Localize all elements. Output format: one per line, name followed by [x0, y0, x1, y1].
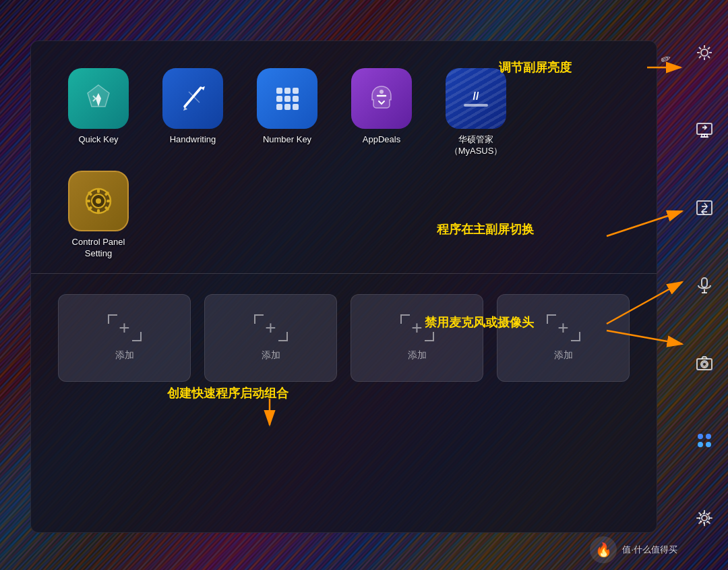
second-row: Control Panel Setting	[31, 171, 657, 266]
annotation-mic-camera: 禁用麦克风或摄像头	[425, 314, 534, 331]
svg-rect-2	[276, 88, 282, 94]
svg-rect-8	[276, 104, 282, 110]
dot-4	[706, 442, 711, 447]
number-key-icon	[257, 68, 317, 129]
handwriting-icon	[162, 68, 223, 129]
annotation-brightness: 调节副屏亮度	[499, 59, 572, 76]
dots-button[interactable]	[690, 426, 719, 455]
svg-rect-18	[97, 209, 100, 214]
app-handwriting[interactable]: Handwriting	[152, 68, 233, 146]
svg-line-31	[708, 56, 710, 58]
myasus-label: 华硕管家 （MyASUS）	[450, 134, 503, 157]
annotation-quick-launch: 创建快速程序启动组合	[167, 385, 289, 401]
quick-launch-area: + 添加 + 添加 + 添加 + 添加	[31, 274, 657, 402]
svg-rect-9	[284, 104, 291, 110]
brightness-button[interactable]	[690, 38, 719, 67]
six-dots-icon	[695, 431, 714, 450]
svg-rect-4	[293, 88, 299, 94]
app-quick-key[interactable]: Quick Key	[58, 68, 139, 146]
app-control-panel[interactable]: Control Panel Setting	[58, 171, 139, 260]
svg-rect-7	[293, 96, 299, 102]
app-appdeals[interactable]: AppDeals	[341, 68, 422, 146]
quick-slot-4[interactable]: + 添加	[497, 294, 630, 382]
annotation-switch: 程序在主副屏切换	[437, 221, 534, 237]
right-sidebar	[681, 0, 728, 570]
quick-slot-3[interactable]: + 添加	[351, 294, 483, 382]
dot-3	[698, 442, 703, 447]
svg-point-44	[702, 515, 707, 521]
send-to-screen-button[interactable]	[690, 115, 719, 145]
svg-line-30	[699, 47, 701, 49]
svg-text://: //	[473, 90, 479, 102]
mic-button[interactable]	[690, 270, 719, 300]
quick-slot-1[interactable]: + 添加	[58, 294, 191, 382]
swap-screen-button[interactable]	[690, 193, 719, 223]
svg-rect-20	[107, 200, 111, 202]
svg-rect-13	[464, 104, 488, 107]
svg-point-43	[702, 362, 706, 366]
slot-label-4: 添加	[554, 349, 573, 362]
watermark-logo: 🔥	[590, 536, 617, 563]
svg-rect-10	[293, 104, 299, 110]
number-key-label: Number Key	[263, 134, 311, 146]
svg-line-32	[708, 47, 710, 49]
svg-line-33	[699, 56, 701, 58]
svg-point-11	[380, 90, 384, 94]
slot-bracket-1: +	[108, 314, 142, 341]
settings-button[interactable]	[690, 503, 719, 533]
quick-key-label: Quick Key	[78, 134, 118, 146]
svg-rect-19	[86, 200, 90, 202]
handwriting-label: Handwriting	[170, 134, 216, 146]
app-myasus[interactable]: // 华硕管家 （MyASUS）	[435, 68, 516, 157]
camera-button[interactable]	[690, 348, 719, 378]
svg-point-25	[701, 49, 708, 56]
svg-rect-38	[702, 278, 707, 287]
svg-point-16	[96, 198, 101, 204]
control-panel-label: Control Panel Setting	[72, 237, 125, 260]
appdeals-label: AppDeals	[363, 134, 400, 146]
watermark-text: 值·什么值得买	[622, 544, 677, 556]
slot-label-2: 添加	[262, 349, 280, 362]
main-panel: Quick Key Handwriting	[30, 40, 657, 533]
svg-rect-6	[284, 96, 291, 102]
svg-rect-3	[284, 88, 291, 94]
svg-rect-17	[97, 188, 100, 193]
dot-2	[706, 434, 711, 439]
slot-label-3: 添加	[408, 349, 427, 362]
myasus-icon: //	[446, 68, 506, 129]
control-panel-icon	[68, 171, 129, 231]
app-number-key[interactable]: Number Key	[247, 68, 328, 146]
quick-key-icon	[68, 68, 129, 129]
appdeals-icon	[351, 68, 412, 129]
slot-bracket-2: +	[254, 314, 288, 341]
slot-label-1: 添加	[115, 349, 134, 362]
watermark: 🔥 值·什么值得买	[590, 536, 677, 563]
dot-1	[698, 434, 703, 439]
svg-rect-5	[276, 96, 282, 102]
slot-bracket-4: +	[547, 314, 580, 341]
quick-slot-2[interactable]: + 添加	[204, 294, 337, 382]
